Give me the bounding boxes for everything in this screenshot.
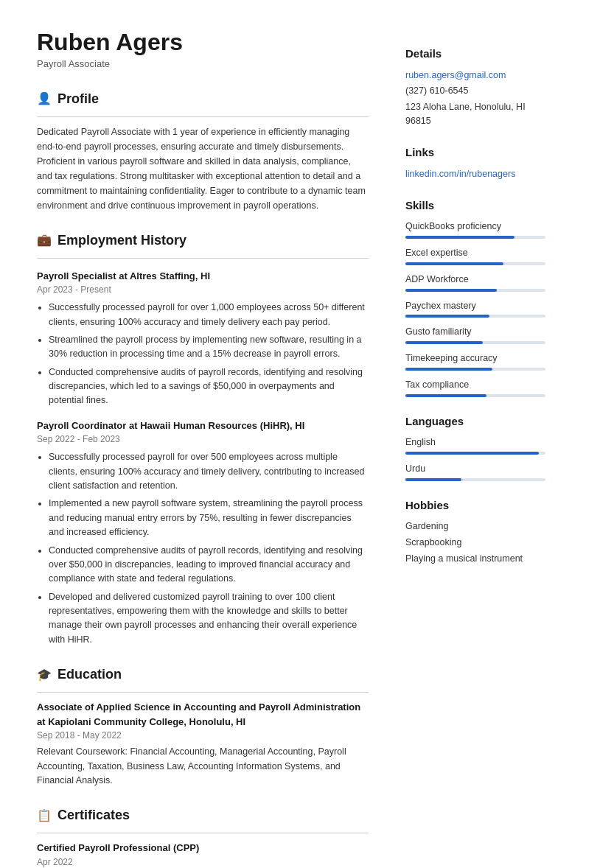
profile-divider bbox=[37, 116, 369, 117]
links-title: Links bbox=[405, 144, 545, 161]
hobbies-title: Hobbies bbox=[405, 497, 545, 514]
education-divider bbox=[37, 692, 369, 693]
skill-item-6: Tax compliance bbox=[405, 378, 545, 397]
bullet-2-4: Developed and delivered customized payro… bbox=[49, 590, 369, 648]
left-column: Ruben Agers Payroll Associate 👤 Profile … bbox=[0, 29, 391, 868]
certificates-icon: 📋 bbox=[37, 807, 52, 825]
resume-header: Ruben Agers Payroll Associate bbox=[37, 29, 369, 71]
skill-bar-bg-1 bbox=[405, 262, 545, 265]
skill-bar-fill-6 bbox=[405, 394, 486, 397]
edu-coursework-1: Relevant Coursework: Financial Accountin… bbox=[37, 745, 369, 788]
skill-bar-fill-0 bbox=[405, 236, 514, 239]
skill-name-2: ADP Workforce bbox=[405, 273, 545, 287]
certificates-title: Certificates bbox=[57, 805, 130, 825]
profile-section: 👤 Profile Dedicated Payroll Associate wi… bbox=[37, 89, 369, 213]
hobby-1: Scrapbooking bbox=[405, 536, 545, 550]
skill-bar-fill-4 bbox=[405, 341, 483, 344]
skill-name-6: Tax compliance bbox=[405, 378, 545, 392]
details-title: Details bbox=[405, 46, 545, 63]
bullet-1-2: Streamlined the payroll process by imple… bbox=[49, 333, 369, 362]
cert-item-1: Certified Payroll Professional (CPP) Apr… bbox=[37, 841, 369, 868]
skill-item-1: Excel expertise bbox=[405, 246, 545, 265]
skills-section: Skills QuickBooks proficiency Excel expe… bbox=[405, 197, 545, 397]
lang-bar-bg-0 bbox=[405, 452, 545, 455]
skill-bar-bg-0 bbox=[405, 236, 545, 239]
skill-bar-bg-2 bbox=[405, 289, 545, 292]
lang-bar-bg-1 bbox=[405, 478, 545, 481]
linkedin-link[interactable]: linkedin.com/in/rubenagers bbox=[405, 169, 515, 179]
skill-bar-fill-3 bbox=[405, 315, 489, 318]
profile-title: Profile bbox=[57, 89, 99, 109]
skills-title: Skills bbox=[405, 197, 545, 214]
candidate-name: Ruben Agers bbox=[37, 29, 369, 55]
skill-bar-fill-2 bbox=[405, 289, 497, 292]
job-date-2: Sep 2022 - Feb 2023 bbox=[37, 433, 369, 446]
candidate-job-title: Payroll Associate bbox=[37, 57, 369, 71]
skill-name-3: Paychex mastery bbox=[405, 299, 545, 313]
cert-date-1: Apr 2022 bbox=[37, 855, 369, 868]
languages-title: Languages bbox=[405, 413, 545, 430]
phone-text: (327) 610-6545 bbox=[405, 84, 545, 98]
bullet-1-1: Successfully processed payroll for over … bbox=[49, 301, 369, 329]
edu-degree-1: Associate of Applied Science in Accounti… bbox=[37, 700, 369, 729]
skill-item-0: QuickBooks proficiency bbox=[405, 220, 545, 239]
profile-icon: 👤 bbox=[37, 90, 52, 108]
hobby-0: Gardening bbox=[405, 519, 545, 533]
cert-name-1: Certified Payroll Professional (CPP) bbox=[37, 841, 369, 855]
details-section: Details ruben.agers@gmail.com (327) 610-… bbox=[405, 46, 545, 128]
skill-bar-bg-4 bbox=[405, 341, 545, 344]
skill-item-2: ADP Workforce bbox=[405, 273, 545, 292]
skill-item-5: Timekeeping accuracy bbox=[405, 351, 545, 371]
employment-icon: 💼 bbox=[37, 231, 52, 249]
skill-item-3: Paychex mastery bbox=[405, 299, 545, 318]
edu-date-1: Sep 2018 - May 2022 bbox=[37, 729, 369, 742]
employment-divider bbox=[37, 258, 369, 259]
right-column: Details ruben.agers@gmail.com (327) 610-… bbox=[391, 29, 568, 868]
job-bullets-2: Successfully processed payroll for over … bbox=[37, 450, 369, 647]
certificates-header: 📋 Certificates bbox=[37, 805, 369, 825]
skill-bar-fill-5 bbox=[405, 368, 492, 371]
certificates-section: 📋 Certificates Certified Payroll Profess… bbox=[37, 805, 369, 868]
job-title-2: Payroll Coordinator at Hawaii Human Reso… bbox=[37, 419, 369, 433]
certificates-divider bbox=[37, 833, 369, 833]
job-item-2: Payroll Coordinator at Hawaii Human Reso… bbox=[37, 419, 369, 647]
edu-item-1: Associate of Applied Science in Accounti… bbox=[37, 700, 369, 788]
skill-name-1: Excel expertise bbox=[405, 246, 545, 260]
lang-name-0: English bbox=[405, 435, 545, 449]
address-text: 123 Aloha Lane, Honolulu, HI 96815 bbox=[405, 100, 545, 128]
skill-item-4: Gusto familiarity bbox=[405, 325, 545, 344]
job-bullets-1: Successfully processed payroll for over … bbox=[37, 301, 369, 408]
skill-bar-bg-6 bbox=[405, 394, 545, 397]
bullet-2-3: Conducted comprehensive audits of payrol… bbox=[49, 544, 369, 587]
education-header: 🎓 Education bbox=[37, 665, 369, 685]
email-link[interactable]: ruben.agers@gmail.com bbox=[405, 69, 545, 83]
education-section: 🎓 Education Associate of Applied Science… bbox=[37, 665, 369, 788]
education-title: Education bbox=[57, 665, 122, 685]
hobbies-section: Hobbies Gardening Scrapbooking Playing a… bbox=[405, 497, 545, 566]
profile-text: Dedicated Payroll Associate with 1 year … bbox=[37, 125, 369, 213]
job-item-1: Payroll Specialist at Altres Staffing, H… bbox=[37, 269, 369, 408]
employment-section: 💼 Employment History Payroll Specialist … bbox=[37, 231, 369, 648]
skill-bar-bg-3 bbox=[405, 315, 545, 318]
lang-item-1: Urdu bbox=[405, 462, 545, 481]
job-title-1: Payroll Specialist at Altres Staffing, H… bbox=[37, 269, 369, 284]
employment-header: 💼 Employment History bbox=[37, 231, 369, 251]
bullet-2-2: Implemented a new payroll software syste… bbox=[49, 497, 369, 539]
languages-section: Languages English Urdu bbox=[405, 413, 545, 481]
lang-bar-fill-1 bbox=[405, 478, 461, 481]
job-date-1: Apr 2023 - Present bbox=[37, 283, 369, 296]
skill-name-5: Timekeeping accuracy bbox=[405, 351, 545, 365]
education-icon: 🎓 bbox=[37, 666, 52, 684]
lang-name-1: Urdu bbox=[405, 462, 545, 476]
skill-bar-bg-5 bbox=[405, 368, 545, 371]
skill-bar-fill-1 bbox=[405, 262, 503, 265]
skill-name-0: QuickBooks proficiency bbox=[405, 220, 545, 234]
lang-item-0: English bbox=[405, 435, 545, 455]
profile-header: 👤 Profile bbox=[37, 89, 369, 109]
lang-bar-fill-0 bbox=[405, 452, 539, 455]
skill-name-4: Gusto familiarity bbox=[405, 325, 545, 339]
links-section: Links linkedin.com/in/rubenagers bbox=[405, 144, 545, 181]
hobby-2: Playing a musical instrument bbox=[405, 552, 545, 566]
bullet-2-1: Successfully processed payroll for over … bbox=[49, 450, 369, 493]
employment-title: Employment History bbox=[57, 231, 186, 251]
